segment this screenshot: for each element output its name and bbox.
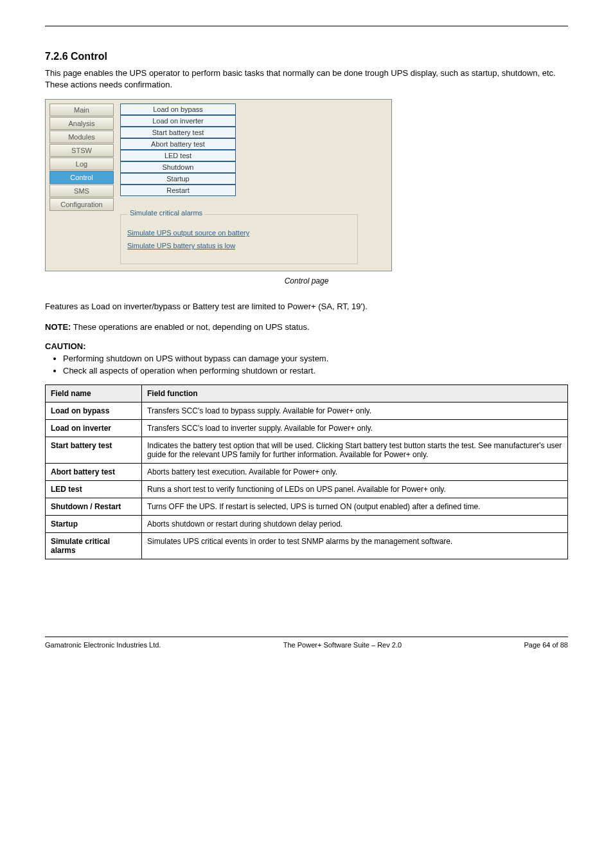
sidebar-item-stsw[interactable]: STSW [49,144,114,157]
field-name-cell: Load on inverter [46,420,142,437]
section-intro: This page enables the UPS operator to pe… [45,68,568,90]
table-row: Load on inverterTransfers SCC's load to … [46,420,568,437]
field-func-cell: Turns OFF the UPS. If restart is selecte… [142,498,568,516]
field-name-cell: Start battery test [46,437,142,464]
field-name-cell: Abort battery test [46,464,142,481]
table-row: Start battery testIndicates the battery … [46,437,568,464]
sidebar-nav: MainAnalysisModulesSTSWLogControlSMSConf… [49,104,114,264]
caution-item: Performing shutdown on UPS without bypas… [63,354,568,363]
footer-left: Gamatronic Electronic Industries Ltd. [45,641,161,649]
startup-button[interactable]: Startup [120,173,236,185]
field-name-cell: Simulate critical alarms [46,533,142,559]
caution-block: CAUTION: Performing shutdown on UPS with… [45,341,568,375]
note-block: NOTE: These operations are enabled or no… [45,321,568,333]
page-footer: Gamatronic Electronic Industries Ltd. Th… [45,641,568,649]
caution-item: Check all aspects of operation when perf… [63,366,568,375]
footer-center: The Power+ Software Suite – Rev 2.0 [283,641,402,649]
field-func-cell: Indicates the battery test option that w… [142,437,568,464]
field-func-cell: Transfers SCC's load to bypass supply. A… [142,402,568,420]
field-name-cell: LED test [46,481,142,498]
shutdown-button[interactable]: Shutdown [120,161,236,173]
control-fields-table: Field name Field function Load on bypass… [45,384,568,559]
field-name-cell: Startup [46,516,142,533]
field-func-cell: Runs a short test to verify functioning … [142,481,568,498]
sidebar-item-main[interactable]: Main [49,104,114,116]
table-row: StartupAborts shutdown or restart during… [46,516,568,533]
note-text: These operations are enabled or not, dep… [71,322,309,332]
field-name-cell: Shutdown / Restart [46,498,142,516]
footer-right: Page 64 of 88 [524,641,568,649]
field-func-cell: Simulates UPS critical events in order t… [142,533,568,559]
table-row: Load on bypassTransfers SCC's load to by… [46,402,568,420]
table-header-func: Field function [142,385,568,402]
restart-button[interactable]: Restart [120,185,236,196]
control-screenshot: MainAnalysisModulesSTSWLogControlSMSConf… [45,99,392,271]
field-func-cell: Aborts shutdown or restart during shutdo… [142,516,568,533]
field-func-cell: Transfers SCC's load to inverter supply.… [142,420,568,437]
start-battery-test-button[interactable]: Start battery test [120,127,236,138]
sidebar-item-control[interactable]: Control [49,171,114,184]
sidebar-item-log[interactable]: Log [49,158,114,170]
caution-label: CAUTION: [45,341,86,351]
sidebar-item-modules[interactable]: Modules [49,131,114,143]
table-row: Abort battery testAborts battery test ex… [46,464,568,481]
table-row: LED testRuns a short test to verify func… [46,481,568,498]
sidebar-item-configuration[interactable]: Configuration [49,198,114,211]
simulate-critical-alarms-group: Simulate critical alarms Simulate UPS ou… [120,214,358,264]
control-actions-panel: Load on bypassLoad on inverterStart batt… [120,104,387,264]
note-label: NOTE: [45,322,71,332]
simulate-link[interactable]: Simulate UPS output source on battery [127,229,351,237]
load-on-bypass-button[interactable]: Load on bypass [120,104,236,115]
field-func-cell: Aborts battery test execution. Available… [142,464,568,481]
sim-group-legend: Simulate critical alarms [127,209,205,217]
figure-caption: Control page [45,276,568,285]
table-row: Shutdown / RestartTurns OFF the UPS. If … [46,498,568,516]
table-row: Simulate critical alarmsSimulates UPS cr… [46,533,568,559]
simulate-link[interactable]: Simulate UPS battery status is low [127,242,351,249]
load-on-inverter-button[interactable]: Load on inverter [120,115,236,127]
field-name-cell: Load on bypass [46,402,142,420]
sidebar-item-analysis[interactable]: Analysis [49,117,114,130]
section-heading: 7.2.6 Control [45,51,568,62]
table-header-name: Field name [46,385,142,402]
sidebar-item-sms[interactable]: SMS [49,185,114,197]
led-test-button[interactable]: LED test [120,150,236,161]
abort-battery-test-button[interactable]: Abort battery test [120,138,236,150]
post-caption-text: Features as Load on inverter/bypass or B… [45,301,568,312]
